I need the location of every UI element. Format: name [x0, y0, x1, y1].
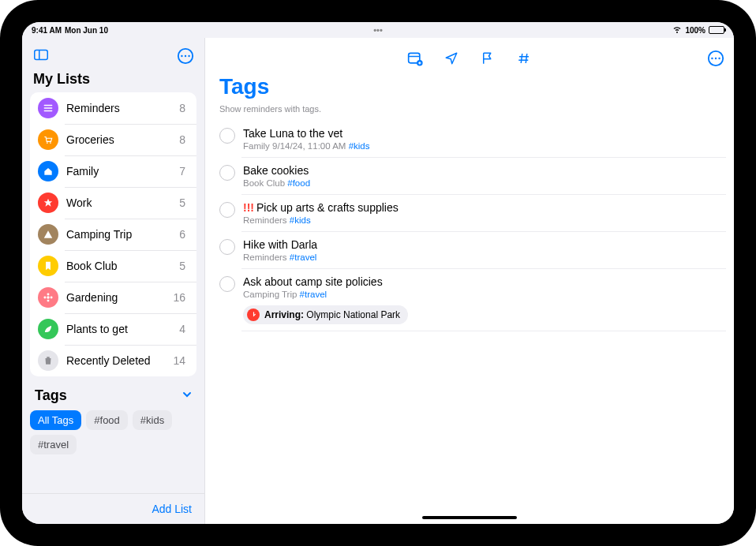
sidebar: My Lists Reminders8Groceries8Family7Work…	[22, 38, 205, 524]
tag-chip[interactable]: #travel	[30, 435, 77, 454]
svg-point-10	[47, 300, 50, 302]
complete-checkbox[interactable]	[219, 276, 235, 292]
device-frame: 9:41 AM Mon Jun 10 100%	[0, 0, 756, 546]
home-indicator[interactable]	[422, 516, 517, 519]
wifi-icon	[672, 24, 682, 36]
location-value: Olympic National Park	[306, 309, 400, 320]
list-icon	[38, 256, 58, 276]
location-dot-icon	[247, 309, 260, 321]
reminder-item[interactable]: Hike with DarlaReminders #travel	[213, 231, 726, 268]
list-icon	[38, 319, 58, 339]
reminder-tag: #travel	[290, 252, 317, 262]
reminder-tag: #kids	[290, 215, 311, 225]
reminder-tag: #travel	[300, 290, 327, 299]
battery-percent: 100%	[685, 26, 705, 35]
reminder-item[interactable]: !!! Pick up arts & crafts suppliesRemind…	[213, 194, 726, 231]
reminders-list: Take Luna to the vetFamily 9/14/24, 11:0…	[205, 120, 734, 331]
add-list-button[interactable]: Add List	[152, 503, 192, 515]
svg-point-3	[181, 55, 182, 57]
list-name: Family	[66, 165, 171, 178]
sidebar-list-item[interactable]: Family7	[30, 155, 196, 187]
chevron-down-icon[interactable]	[182, 390, 192, 402]
list-name: Book Club	[66, 260, 171, 272]
hashtag-icon[interactable]	[515, 50, 533, 67]
list-icon	[38, 129, 58, 150]
list-name: Groceries	[66, 133, 171, 146]
sidebar-list-item[interactable]: Book Club5	[30, 250, 196, 282]
more-options-icon[interactable]	[707, 50, 724, 67]
list-count: 7	[179, 165, 189, 178]
list-name: Gardening	[66, 291, 165, 304]
list-count: 5	[179, 260, 189, 272]
list-count: 8	[179, 102, 189, 114]
tag-chip[interactable]: #food	[86, 410, 128, 430]
multitasking-dots-icon[interactable]	[373, 25, 383, 35]
reminder-list-name: Reminders	[243, 252, 287, 262]
svg-rect-0	[35, 50, 48, 60]
battery-icon	[709, 26, 724, 34]
svg-point-12	[51, 297, 53, 299]
sidebar-list-item[interactable]: Plants to get4	[30, 313, 196, 345]
sidebar-list-item[interactable]: Groceries8	[30, 124, 196, 155]
list-count: 16	[173, 291, 189, 304]
calendar-badge-icon[interactable]	[406, 50, 424, 67]
sidebar-toggle-icon[interactable]	[32, 47, 51, 65]
reminder-item[interactable]: Bake cookiesBook Club #food	[213, 157, 726, 194]
screen: 9:41 AM Mon Jun 10 100%	[22, 22, 734, 524]
sidebar-list-item[interactable]: Work5	[30, 187, 196, 219]
svg-point-5	[188, 55, 189, 57]
complete-checkbox[interactable]	[219, 202, 235, 218]
complete-checkbox[interactable]	[219, 165, 235, 181]
tag-chips: All Tags#food#kids#travel	[22, 409, 204, 462]
sidebar-list-item[interactable]: Reminders8	[30, 92, 196, 124]
list-name: Recently Deleted	[66, 354, 165, 367]
tags-heading: Tags	[35, 387, 67, 404]
svg-point-8	[47, 296, 50, 299]
list-icon	[38, 193, 58, 213]
location-label: Arriving:	[264, 309, 304, 320]
my-lists-heading: My Lists	[22, 71, 204, 92]
reminder-list-name: Reminders	[243, 215, 287, 225]
reminder-item[interactable]: Ask about camp site policiesCamping Trip…	[213, 268, 726, 331]
svg-point-17	[711, 58, 713, 59]
sidebar-list-item[interactable]: Camping Trip6	[30, 219, 196, 250]
status-time: 9:41 AM	[32, 26, 62, 35]
main-panel: Tags Show reminders with tags. Take Luna…	[205, 38, 734, 524]
page-subtitle: Show reminders with tags.	[205, 99, 734, 120]
sidebar-list-item[interactable]: Recently Deleted14	[30, 345, 196, 376]
sidebar-list-item[interactable]: Gardening16	[30, 282, 196, 313]
complete-checkbox[interactable]	[219, 128, 235, 144]
list-icon	[38, 98, 58, 118]
list-count: 14	[173, 354, 189, 367]
list-icon	[38, 224, 58, 245]
complete-checkbox[interactable]	[219, 239, 235, 255]
status-bar: 9:41 AM Mon Jun 10 100%	[22, 22, 734, 38]
svg-point-9	[47, 293, 50, 295]
status-date: Mon Jun 10	[65, 26, 108, 35]
list-name: Work	[66, 196, 171, 209]
list-count: 6	[179, 228, 189, 241]
list-icon	[38, 161, 58, 181]
reminder-tag: #food	[287, 178, 310, 188]
list-name: Camping Trip	[66, 228, 171, 241]
list-count: 4	[179, 323, 189, 335]
reminder-title: Hike with Darla	[243, 238, 317, 251]
reminder-title: Bake cookies	[243, 164, 309, 177]
tag-chip[interactable]: All Tags	[30, 410, 81, 430]
more-options-icon[interactable]	[176, 47, 195, 65]
reminder-title: Ask about camp site policies	[243, 275, 383, 288]
tag-chip[interactable]: #kids	[133, 410, 172, 430]
svg-point-11	[43, 297, 46, 299]
reminder-list-name: Book Club	[243, 178, 285, 188]
list-count: 5	[179, 196, 189, 209]
reminder-item[interactable]: Take Luna to the vetFamily 9/14/24, 11:0…	[213, 120, 726, 157]
location-arrow-icon[interactable]	[443, 50, 460, 67]
page-title: Tags	[205, 71, 734, 99]
svg-point-6	[47, 142, 48, 144]
flag-icon[interactable]	[479, 50, 496, 67]
svg-point-19	[718, 58, 720, 59]
list-count: 8	[179, 133, 189, 146]
list-icon	[38, 350, 58, 371]
svg-point-7	[50, 142, 51, 144]
reminder-list-name: Camping Trip	[243, 290, 297, 299]
